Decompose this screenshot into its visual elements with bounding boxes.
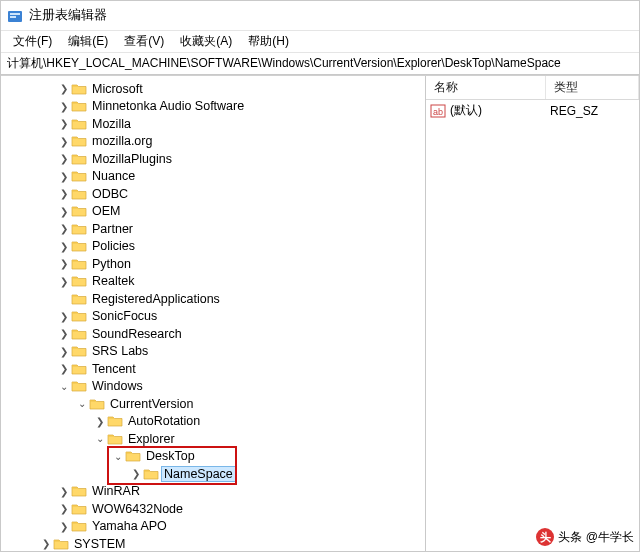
collapse-icon[interactable]: ⌄: [57, 381, 71, 392]
svg-rect-2: [10, 16, 16, 18]
tree-node-soundresearch[interactable]: ❯SoundResearch: [57, 325, 425, 343]
expand-icon[interactable]: ❯: [57, 206, 71, 217]
tree-node-label: NameSpace: [162, 467, 235, 481]
tree-node-srs-labs[interactable]: ❯SRS Labs: [57, 343, 425, 361]
string-value-icon: ab: [430, 103, 446, 119]
list-pane[interactable]: 名称 类型 ab(默认)REG_SZ: [426, 76, 639, 551]
col-header-type[interactable]: 类型: [546, 76, 639, 99]
tree-node-autorotation[interactable]: ❯AutoRotation: [93, 413, 425, 431]
folder-icon: [143, 467, 159, 481]
expand-icon[interactable]: ❯: [57, 188, 71, 199]
titlebar: 注册表编辑器: [1, 1, 639, 31]
tree-node-label: SonicFocus: [90, 309, 159, 323]
expand-icon[interactable]: ❯: [57, 363, 71, 374]
folder-icon: [107, 432, 123, 446]
expand-icon[interactable]: ❯: [93, 416, 107, 427]
col-header-name[interactable]: 名称: [426, 76, 546, 99]
expand-icon[interactable]: ❯: [57, 241, 71, 252]
folder-icon: [107, 414, 123, 428]
tree-node-windows[interactable]: ⌄Windows: [57, 378, 425, 396]
content-area: ❯Microsoft❯Minnetonka Audio Software❯Moz…: [1, 75, 639, 551]
tree-node-label: AutoRotation: [126, 414, 202, 428]
folder-icon: [125, 449, 141, 463]
tree-node-yamaha-apo[interactable]: ❯Yamaha APO: [57, 518, 425, 536]
tree-node-label: OEM: [90, 204, 122, 218]
addressbar[interactable]: 计算机\HKEY_LOCAL_MACHINE\SOFTWARE\Windows\…: [1, 53, 639, 75]
tree-node-realtek[interactable]: ❯Realtek: [57, 273, 425, 291]
tree-node-winrar[interactable]: ❯WinRAR: [57, 483, 425, 501]
tree-node-system[interactable]: ❯SYSTEM: [39, 535, 425, 551]
expand-icon[interactable]: ❯: [39, 538, 53, 549]
svg-rect-1: [10, 13, 20, 15]
tree-node-currentversion[interactable]: ⌄CurrentVersion: [75, 395, 425, 413]
tree-node-label: WinRAR: [90, 484, 142, 498]
expand-icon[interactable]: ❯: [57, 83, 71, 94]
tree-node-label: Realtek: [90, 274, 136, 288]
collapse-icon[interactable]: ⌄: [75, 398, 89, 409]
watermark-text: 头条 @牛学长: [558, 529, 634, 546]
expand-icon[interactable]: ❯: [57, 311, 71, 322]
registry-tree: ❯Microsoft❯Minnetonka Audio Software❯Moz…: [3, 80, 425, 551]
menu-file[interactable]: 文件(F): [7, 31, 58, 52]
expand-icon[interactable]: ❯: [57, 258, 71, 269]
folder-icon: [71, 204, 87, 218]
expand-icon[interactable]: ❯: [57, 118, 71, 129]
tree-node-oem[interactable]: ❯OEM: [57, 203, 425, 221]
tree-node-registeredapplications[interactable]: .RegisteredApplications: [57, 290, 425, 308]
expand-icon[interactable]: ❯: [57, 503, 71, 514]
expand-icon[interactable]: ❯: [57, 136, 71, 147]
tree-pane[interactable]: ❯Microsoft❯Minnetonka Audio Software❯Moz…: [1, 76, 426, 551]
tree-node-odbc[interactable]: ❯ODBC: [57, 185, 425, 203]
expand-icon[interactable]: ❯: [57, 486, 71, 497]
watermark-logo-icon: 头: [536, 528, 554, 546]
tree-node-explorer[interactable]: ⌄Explorer: [93, 430, 425, 448]
expand-icon[interactable]: ❯: [129, 468, 143, 479]
window-title: 注册表编辑器: [29, 7, 107, 24]
folder-icon: [71, 239, 87, 253]
menu-help[interactable]: 帮助(H): [242, 31, 295, 52]
folder-icon: [71, 292, 87, 306]
menu-view[interactable]: 查看(V): [118, 31, 170, 52]
menu-edit[interactable]: 编辑(E): [62, 31, 114, 52]
tree-node-policies[interactable]: ❯Policies: [57, 238, 425, 256]
tree-node-mozilla-org[interactable]: ❯mozilla.org: [57, 133, 425, 151]
tree-node-minnetonka-audio-software[interactable]: ❯Minnetonka Audio Software: [57, 98, 425, 116]
folder-icon: [71, 502, 87, 516]
tree-node-tencent[interactable]: ❯Tencent: [57, 360, 425, 378]
tree-node-desktop[interactable]: ⌄DeskTop: [111, 448, 425, 466]
folder-icon: [71, 274, 87, 288]
tree-node-microsoft[interactable]: ❯Microsoft: [57, 80, 425, 98]
expand-icon[interactable]: ❯: [57, 521, 71, 532]
tree-node-mozilla[interactable]: ❯Mozilla: [57, 115, 425, 133]
tree-node-label: Explorer: [126, 432, 177, 446]
expand-icon[interactable]: ❯: [57, 101, 71, 112]
expand-icon[interactable]: ❯: [57, 276, 71, 287]
expand-icon[interactable]: ❯: [57, 153, 71, 164]
tree-node-python[interactable]: ❯Python: [57, 255, 425, 273]
tree-node-label: CurrentVersion: [108, 397, 195, 411]
menubar: 文件(F) 编辑(E) 查看(V) 收藏夹(A) 帮助(H): [1, 31, 639, 53]
tree-node-mozillaplugins[interactable]: ❯MozillaPlugins: [57, 150, 425, 168]
value-name: (默认): [450, 102, 550, 119]
expand-icon[interactable]: ❯: [57, 328, 71, 339]
menu-favorites[interactable]: 收藏夹(A): [174, 31, 238, 52]
tree-node-nuance[interactable]: ❯Nuance: [57, 168, 425, 186]
tree-node-label: MozillaPlugins: [90, 152, 174, 166]
collapse-icon[interactable]: ⌄: [111, 451, 125, 462]
tree-node-namespace[interactable]: ❯NameSpace: [129, 465, 425, 483]
folder-icon: [71, 519, 87, 533]
tree-node-label: Tencent: [90, 362, 138, 376]
collapse-icon[interactable]: ⌄: [93, 433, 107, 444]
list-header: 名称 类型: [426, 76, 639, 100]
tree-node-partner[interactable]: ❯Partner: [57, 220, 425, 238]
tree-node-wow6432node[interactable]: ❯WOW6432Node: [57, 500, 425, 518]
folder-icon: [71, 134, 87, 148]
expand-icon[interactable]: ❯: [57, 346, 71, 357]
tree-node-label: mozilla.org: [90, 134, 154, 148]
folder-icon: [71, 152, 87, 166]
list-row[interactable]: ab(默认)REG_SZ: [426, 100, 639, 121]
tree-node-sonicfocus[interactable]: ❯SonicFocus: [57, 308, 425, 326]
expand-icon[interactable]: ❯: [57, 223, 71, 234]
folder-icon: [71, 379, 87, 393]
expand-icon[interactable]: ❯: [57, 171, 71, 182]
